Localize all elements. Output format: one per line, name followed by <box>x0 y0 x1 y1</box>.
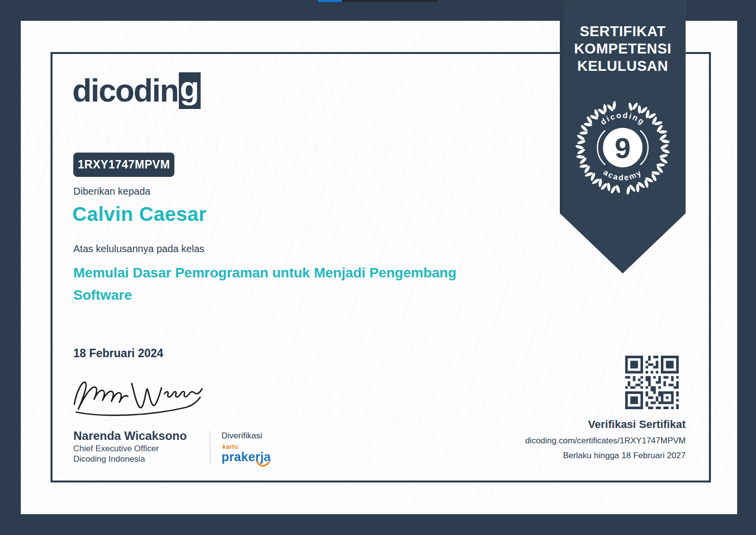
kartu-prakerja-logo: kartu prakerja <box>221 444 286 464</box>
emblem-bottom-text: academy <box>602 168 644 182</box>
qr-code <box>625 356 679 409</box>
ribbon-title-line2: KOMPETENSI <box>560 40 686 57</box>
prakerja-smile-icon <box>256 461 270 469</box>
signer-name: Narenda Wicaksono <box>73 429 187 443</box>
svg-text:academy: academy <box>602 168 644 182</box>
emblem-number: 9 <box>615 132 631 164</box>
signer-org: Dicoding Indonesia <box>73 454 145 464</box>
ribbon-title-line1: SERTIFIKAT <box>560 23 686 40</box>
recipient-name: Calvin Caesar <box>72 203 207 225</box>
given-to-label: Diberikan kepada <box>73 186 151 197</box>
certificate-id-badge: 1RXY1747MPVM <box>73 153 174 177</box>
issue-date: 18 Februari 2024 <box>73 347 163 360</box>
verified-by-label: Diverifikasi <box>221 431 262 441</box>
verification-block: Verifikasi Sertifikat dicoding.com/certi… <box>525 418 686 461</box>
prakerja-wordmark: prakerja <box>221 450 286 464</box>
vertical-divider <box>210 431 211 464</box>
kartu-label: kartu <box>222 444 286 450</box>
graduation-label: Atas kelulusannya pada kelas <box>73 243 205 255</box>
dicoding-logo-text: dicodin <box>72 72 178 109</box>
ribbon-title-line3: KELULUSAN <box>560 57 686 75</box>
signer-title: Chief Executive Officer <box>73 444 159 454</box>
verification-heading: Verifikasi Sertifikat <box>525 418 686 431</box>
validity-text: Berlaku hingga 18 Februari 2027 <box>525 451 686 461</box>
top-edge-blue-strip <box>318 0 342 2</box>
dicoding-logo-g-box: g <box>179 72 201 109</box>
signature-handwriting <box>69 369 218 424</box>
certificate-page: dicodin g 1RXY1747MPVM Diberikan kepada … <box>0 0 756 535</box>
dicoding-logo: dicodin g <box>72 72 201 109</box>
top-edge-dark-strip <box>342 0 438 2</box>
ribbon-title: SERTIFIKAT KOMPETENSI KELULUSAN <box>560 0 686 75</box>
verification-url: dicoding.com/certificates/1RXY1747MPVM <box>525 436 686 446</box>
course-title: Memulai Dasar Pemrograman untuk Menjadi … <box>73 262 499 306</box>
dicoding-academy-emblem: 9 dicoding academy <box>573 98 672 197</box>
